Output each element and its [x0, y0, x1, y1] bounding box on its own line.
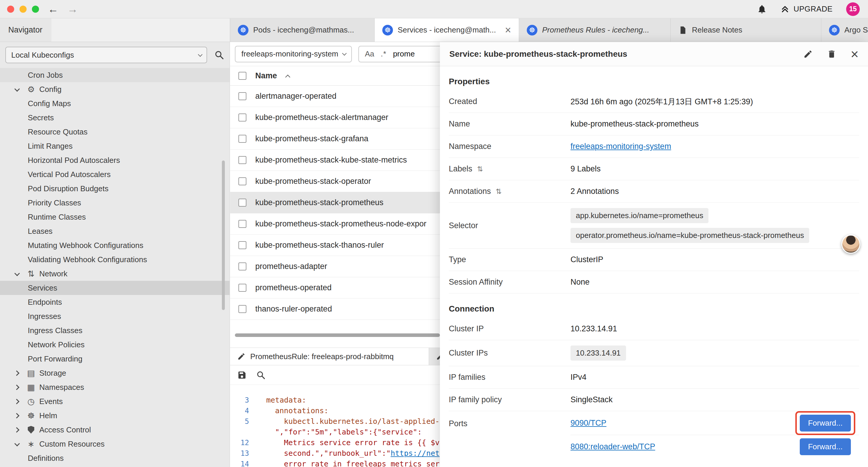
sidebar-item-config-maps[interactable]: Config Maps [0, 96, 229, 111]
editor-tab-prometheusrule[interactable]: PrometheusRule: freeleaps-prod-rabbitmq [230, 348, 429, 365]
code-text: kubectl.kubernetes.io/last-applied-co [257, 416, 448, 427]
close-window-button[interactable] [7, 6, 14, 13]
code-segment: annotations: [275, 406, 329, 415]
sidebar-item-runtime-classes[interactable]: Runtime Classes [0, 210, 229, 224]
notification-count-badge[interactable]: 15 [846, 2, 860, 16]
detail-text: IPv4 [570, 373, 586, 382]
sidebar-item-vertical-pod-autoscalers[interactable]: Vertical Pod Autoscalers [0, 167, 229, 181]
delete-icon[interactable] [827, 49, 836, 59]
match-case-icon[interactable]: Aa [365, 49, 374, 59]
sidebar-item-port-forwarding[interactable]: Port Forwarding [0, 352, 229, 366]
chevron-down-icon [14, 270, 20, 276]
sidebar-item-horizontal-pod-autoscalers[interactable]: Horizontal Pod Autoscalers [0, 153, 229, 167]
detail-value: 2 Annotations [570, 187, 859, 196]
forward-button[interactable]: Forward... [800, 415, 851, 432]
detail-label-text: Created [449, 97, 477, 106]
sidebar-item-secrets[interactable]: Secrets [0, 111, 229, 125]
sidebar-scrollbar[interactable] [222, 160, 225, 310]
detail-text: ClusterIP [570, 255, 603, 264]
tab-pods-icecheng-mathmas[interactable]: ☸Pods - icecheng@mathmas... [230, 18, 375, 42]
tab-services-icecheng-math[interactable]: ☸Services - icecheng@math...× [375, 18, 519, 42]
service-name: kube-prometheus-stack-operator [255, 177, 371, 186]
forward-button-wrap: Forward... [800, 438, 851, 455]
forward-button[interactable]: Forward... [800, 438, 851, 455]
row-checkbox[interactable] [239, 156, 246, 164]
sidebar-item-endpoints[interactable]: Endpoints [0, 295, 229, 309]
notifications-bell-icon[interactable] [757, 4, 767, 14]
sort-toggle-icon[interactable]: ⇅ [477, 165, 483, 173]
tab-release-notes[interactable]: Release Notes [671, 18, 821, 42]
sidebar-item-ingresses[interactable]: Ingresses [0, 309, 229, 323]
tab-argo-se[interactable]: ☸Argo Se [821, 18, 868, 42]
sidebar-item-events[interactable]: ◷Events [0, 394, 229, 408]
sidebar-item-definitions[interactable]: Definitions [0, 451, 229, 465]
kubeconfig-selector[interactable]: Local Kubeconfigs [5, 47, 207, 63]
port-link[interactable]: 9090/TCP [570, 418, 607, 428]
select-all-checkbox[interactable] [239, 72, 246, 80]
row-checkbox[interactable] [239, 199, 246, 207]
sidebar-item-label: Services [28, 284, 57, 293]
sidebar-item-cron-jobs[interactable]: Cron Jobs [0, 68, 229, 82]
upgrade-button[interactable]: UPGRADE [780, 4, 833, 13]
editor-search-icon[interactable] [256, 370, 266, 380]
sidebar-item-network[interactable]: ⇅Network [0, 267, 229, 281]
forward-button-wrap: Forward... [800, 415, 851, 432]
sidebar-item-helm[interactable]: ☸Helm [0, 408, 229, 423]
sidebar-item-leases[interactable]: Leases [0, 224, 229, 238]
row-checkbox[interactable] [239, 135, 246, 143]
namespace-link[interactable]: freeleaps-monitoring-system [570, 142, 671, 151]
close-tab-icon[interactable]: × [505, 25, 511, 35]
sidebar-item-config[interactable]: ⚙Config [0, 82, 229, 96]
sidebar-item-priority-classes[interactable]: Priority Classes [0, 196, 229, 210]
minimize-window-button[interactable] [20, 6, 27, 13]
namespace-filter-dropdown[interactable]: freeleaps-monitoring-system [235, 46, 352, 62]
code-text: second.","runbook_url":"https://net [257, 448, 440, 459]
close-icon[interactable]: × [850, 47, 859, 61]
sidebar-item-mutating-webhook-configurations[interactable]: Mutating Webhook Configurations [0, 238, 229, 253]
section-heading-properties: Properties [449, 77, 859, 86]
row-checkbox[interactable] [239, 305, 246, 313]
sidebar-item-ingress-classes[interactable]: Ingress Classes [0, 323, 229, 338]
row-checkbox[interactable] [239, 114, 246, 121]
sidebar-item-resource-quotas[interactable]: Resource Quotas [0, 125, 229, 139]
sidebar-item-network-policies[interactable]: Network Policies [0, 338, 229, 352]
zoom-window-button[interactable] [32, 6, 39, 13]
detail-row-type: TypeClusterIP [449, 249, 859, 271]
row-checkbox[interactable] [239, 92, 246, 100]
sidebar-search-icon[interactable] [214, 50, 224, 60]
forward-icon[interactable]: → [67, 4, 78, 14]
name-column-header[interactable]: Name [255, 71, 277, 80]
regex-icon[interactable]: .* [381, 49, 386, 59]
sidebar-item-services[interactable]: Services [0, 281, 229, 295]
sidebar-item-pod-disruption-budgets[interactable]: Pod Disruption Budgets [0, 181, 229, 196]
row-checkbox[interactable] [239, 241, 246, 249]
port-link[interactable]: 8080:reloader-web/TCP [570, 442, 655, 451]
sort-toggle-icon[interactable]: ⇅ [496, 187, 502, 196]
code-segment: ","for":"5m","labels":{"service": [275, 428, 422, 436]
sidebar-item-access-control[interactable]: Access Control [0, 423, 229, 437]
sidebar-item-validating-webhook-configurations[interactable]: Validating Webhook Configurations [0, 253, 229, 267]
horizontal-scrollbar[interactable] [235, 333, 440, 337]
detail-text: 253d 16h 6m ago (2025年1月13日 GMT+8 1:25:3… [570, 96, 753, 107]
service-name: thanos-ruler-operated [255, 304, 332, 314]
row-checkbox[interactable] [239, 177, 246, 185]
avatar[interactable] [841, 235, 860, 254]
sidebar-item-namespaces[interactable]: ▦Namespaces [0, 380, 229, 394]
detail-label-text: Ports [449, 419, 467, 428]
sort-ascending-icon[interactable] [285, 75, 290, 80]
save-icon[interactable] [237, 370, 247, 380]
row-checkbox[interactable] [239, 220, 246, 228]
edit-icon[interactable] [803, 49, 813, 59]
row-checkbox[interactable] [239, 262, 246, 270]
sidebar-item-storage[interactable]: ▤Storage [0, 366, 229, 380]
sidebar-item-limit-ranges[interactable]: Limit Ranges [0, 139, 229, 153]
code-segment: https://net [391, 449, 440, 458]
tab-prometheus-rules-icecheng[interactable]: ☸Prometheus Rules - icecheng... [519, 18, 671, 42]
scrollbar-thumb[interactable] [235, 333, 440, 337]
sidebar-item-custom-resources[interactable]: ∗Custom Resources [0, 437, 229, 451]
code-text: annotations: [257, 406, 329, 416]
sidebar: Local Kubeconfigs Cron Jobs⚙ConfigConfig… [0, 42, 230, 467]
row-checkbox[interactable] [239, 284, 246, 292]
detail-value: 9 Labels [570, 164, 859, 174]
back-icon[interactable]: ← [48, 4, 59, 14]
